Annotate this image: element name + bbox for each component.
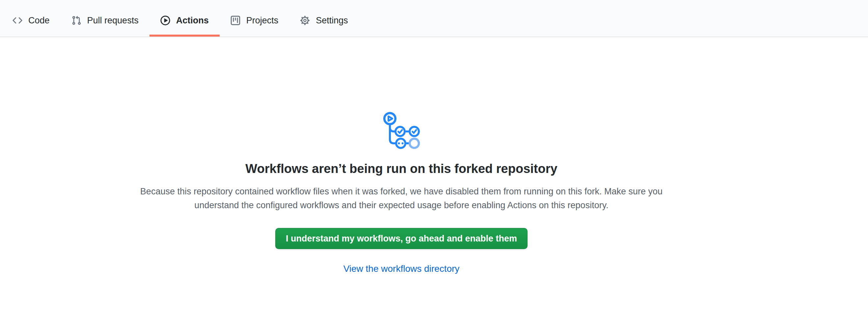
tab-label: Actions — [176, 15, 209, 25]
tab-settings[interactable]: Settings — [289, 0, 359, 37]
tab-actions[interactable]: Actions — [150, 0, 220, 37]
empty-state-title: Workflows aren’t being run on this forke… — [245, 161, 557, 177]
view-workflows-directory-link[interactable]: View the workflows directory — [343, 263, 460, 274]
play-icon — [160, 15, 170, 25]
enable-workflows-button[interactable]: I understand my workflows, go ahead and … — [275, 228, 528, 249]
tab-label: Code — [28, 15, 50, 25]
tab-label: Pull requests — [87, 15, 138, 25]
empty-state-description: Because this repository contained workfl… — [125, 185, 678, 212]
workflow-icon — [383, 112, 420, 149]
tab-code[interactable]: Code — [2, 0, 61, 37]
tab-projects[interactable]: Projects — [220, 0, 289, 37]
tab-pull-requests[interactable]: Pull requests — [61, 0, 150, 37]
actions-empty-state: Workflows aren’t being run on this forke… — [0, 37, 803, 274]
git-pull-request-icon — [71, 15, 81, 25]
tab-label: Settings — [316, 15, 348, 25]
repo-nav: Code Pull requests Actions Projects — [0, 0, 868, 37]
project-icon — [230, 15, 240, 25]
tab-label: Projects — [246, 15, 279, 25]
code-icon — [12, 15, 22, 25]
gear-icon — [300, 15, 310, 25]
